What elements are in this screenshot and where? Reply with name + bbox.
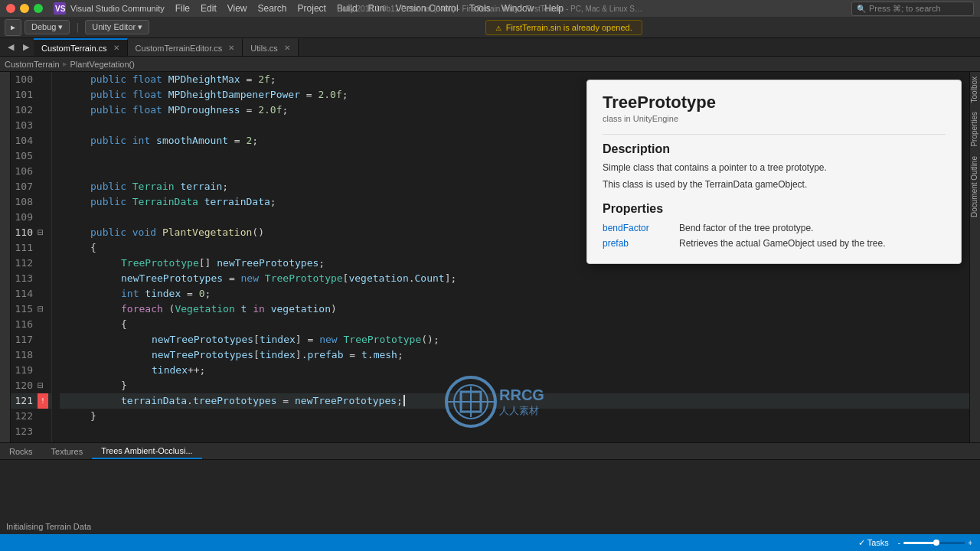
property-row: bendFactor Bend factor of the tree proto… (603, 220, 946, 236)
menu-search[interactable]: Search (258, 3, 287, 14)
zoom-in-icon[interactable]: + (968, 539, 972, 547)
watermark: RRCG 人人素材 (436, 371, 544, 435)
bottom-tab-rocks[interactable]: Rocks (0, 443, 42, 459)
bottom-panel-tabs: Rocks Textures Trees Ambient-Occlusi... (0, 443, 980, 460)
tooltip-properties-section: Properties bendFactor Bend factor of the… (603, 202, 946, 251)
tab-utils[interactable]: Utils.cs ✕ (243, 38, 298, 56)
property-prefab-link[interactable]: prefab (603, 238, 629, 249)
right-panel-toolbox[interactable]: Toolbox (970, 72, 980, 107)
zoom-out-icon[interactable]: - (898, 539, 900, 547)
code-line: foreach (Vegetation t in vegetation) (60, 302, 969, 317)
code-line: newTreePrototypes[tindex] = new TreeProt… (60, 332, 969, 347)
bottom-tab-trees[interactable]: Trees Ambient-Occlusi... (92, 443, 201, 459)
menu-file[interactable]: File (175, 3, 190, 14)
debug-dropdown[interactable]: Debug ▾ (24, 20, 70, 34)
right-panel-document-outline[interactable]: Document Outline (970, 152, 980, 222)
status-bar: ✓ Tasks - + (0, 534, 980, 551)
code-line: newTreePrototypes[tindex].prefab = t.mes… (60, 347, 969, 363)
alert-icon: ⚠ (495, 22, 501, 33)
play-button[interactable]: ▶ (5, 19, 21, 36)
watermark-logo: RRCG 人人素材 (436, 371, 544, 432)
bottom-tab-textures[interactable]: Textures (42, 443, 93, 459)
property-row: prefab Retrieves the actual GameObject u… (603, 236, 946, 251)
status-text: Initialising Terrain Data (6, 522, 91, 531)
zoom-slider[interactable]: - + (898, 539, 972, 547)
vs-icon: VS (54, 2, 66, 15)
editor-area[interactable]: 100 101 102 103 104 105 106 107 108 109 … (11, 72, 969, 442)
left-sidebar (0, 72, 11, 442)
main-area: 100 101 102 103 104 105 106 107 108 109 … (0, 72, 980, 442)
app-name: Visual Studio Community (70, 4, 165, 13)
toolbar: ▶ Debug ▾ | Unity Editor ▾ ⚠ FirstTerrai… (0, 17, 980, 38)
menu-view[interactable]: View (227, 3, 247, 14)
tab-customterrain-label: CustomTerrain.cs (41, 44, 107, 53)
tab-utils-close[interactable]: ✕ (284, 44, 290, 52)
breadcrumb-separator: ▸ (63, 59, 67, 69)
property-prefab-desc: Retrieves the actual GameObject used by … (671, 236, 946, 251)
tab-customterraineditor-label: CustomTerrainEditor.cs (136, 44, 223, 53)
tab-customterrain[interactable]: CustomTerrain.cs ✕ (34, 38, 128, 56)
code-line: int tindex = 0; (60, 286, 969, 302)
tooltip-properties-table: bendFactor Bend factor of the tree proto… (603, 220, 946, 251)
menu-project[interactable]: Project (298, 3, 326, 14)
svg-text:RRCG: RRCG (499, 386, 544, 403)
bottom-panel: Rocks Textures Trees Ambient-Occlusi... … (0, 442, 980, 534)
search-icon: 🔍 (857, 5, 866, 13)
tab-customterraineditor[interactable]: CustomTerrainEditor.cs ✕ (128, 38, 243, 56)
search-bar[interactable]: 🔍 Press ⌘; to search (851, 2, 974, 16)
right-panel-properties[interactable]: Properties (970, 107, 980, 152)
tab-forward[interactable]: ▶ (18, 38, 34, 56)
svg-text:人人素材: 人人素材 (499, 405, 539, 416)
tab-customterrain-close[interactable]: ✕ (113, 44, 119, 52)
window-title: Unity 2018.1.0b11 Personal (64bit) - Fir… (337, 5, 643, 13)
tooltip-class-label: class in UnityEngine (603, 114, 946, 123)
code-line: { (60, 317, 969, 332)
tooltip-title: TreePrototype (603, 93, 946, 112)
code-line: newTreePrototypes = new TreePrototype[ve… (60, 271, 969, 286)
tooltip-divider (603, 134, 946, 135)
tab-customterraineditor-close[interactable]: ✕ (228, 44, 234, 52)
bottom-panel-content: Initialising Terrain Data (0, 460, 980, 534)
tooltip-properties-heading: Properties (603, 202, 946, 216)
tab-utils-label: Utils.cs (250, 44, 277, 53)
breadcrumb: CustomTerrain ▸ PlantVegetation() (0, 57, 980, 72)
breadcrumb-part1[interactable]: CustomTerrain (5, 60, 60, 69)
svg-text:VS: VS (55, 5, 66, 13)
property-bendfactor-desc: Bend factor of the tree prototype. (671, 220, 946, 236)
minimize-button[interactable] (20, 4, 29, 13)
tab-back[interactable]: ◀ (3, 38, 18, 56)
status-bar-right: ✓ Tasks - + (858, 538, 972, 548)
search-placeholder: Press ⌘; to search (869, 4, 941, 14)
breadcrumb-part2[interactable]: PlantVegetation() (70, 60, 135, 69)
code-line: public void AddNewVegetation() (60, 439, 969, 442)
property-bendfactor-link[interactable]: bendFactor (603, 223, 649, 233)
unity-editor-dropdown[interactable]: Unity Editor ▾ (85, 20, 149, 34)
right-sidebar: Toolbox Properties Document Outline (969, 72, 980, 442)
tab-bar: ◀ ▶ CustomTerrain.cs ✕ CustomTerrainEdit… (0, 38, 980, 57)
tooltip-popup: TreePrototype class in UnityEngine Descr… (586, 80, 962, 264)
tasks-label[interactable]: ✓ Tasks (858, 538, 889, 548)
tooltip-description-heading: Description (603, 142, 946, 156)
maximize-button[interactable] (34, 4, 43, 13)
tooltip-description2: This class is used by the TerrainData ga… (603, 178, 946, 191)
title-bar: VS Visual Studio Community File Edit Vie… (0, 0, 980, 17)
tooltip-description1: Simple class that contains a pointer to … (603, 161, 946, 174)
alert-text: FirstTerrain.sin is already opened. (506, 23, 632, 32)
line-numbers: 100 101 102 103 104 105 106 107 108 109 … (11, 72, 52, 442)
menu-edit[interactable]: Edit (201, 3, 217, 14)
close-button[interactable] (6, 4, 15, 13)
